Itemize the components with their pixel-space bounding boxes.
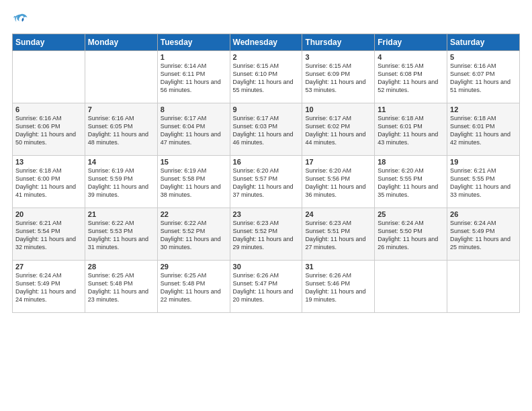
calendar-cell: 13Sunrise: 6:18 AM Sunset: 6:00 PM Dayli… bbox=[13, 156, 85, 208]
day-info: Sunrise: 6:20 AM Sunset: 5:57 PM Dayligh… bbox=[233, 167, 300, 199]
calendar-cell: 10Sunrise: 6:17 AM Sunset: 6:02 PM Dayli… bbox=[302, 103, 375, 156]
calendar-cell: 30Sunrise: 6:26 AM Sunset: 5:47 PM Dayli… bbox=[230, 261, 302, 313]
day-info: Sunrise: 6:20 AM Sunset: 5:56 PM Dayligh… bbox=[305, 167, 371, 199]
day-info: Sunrise: 6:18 AM Sunset: 6:01 PM Dayligh… bbox=[378, 114, 444, 147]
day-info: Sunrise: 6:26 AM Sunset: 5:46 PM Dayligh… bbox=[305, 271, 371, 304]
calendar-cell: 21Sunrise: 6:22 AM Sunset: 5:53 PM Dayli… bbox=[85, 208, 157, 261]
calendar-cell: 15Sunrise: 6:19 AM Sunset: 5:58 PM Dayli… bbox=[157, 156, 230, 208]
calendar-cell: 20Sunrise: 6:21 AM Sunset: 5:54 PM Dayli… bbox=[13, 208, 85, 261]
calendar-week-4: 20Sunrise: 6:21 AM Sunset: 5:54 PM Dayli… bbox=[13, 208, 520, 261]
day-info: Sunrise: 6:16 AM Sunset: 6:05 PM Dayligh… bbox=[88, 114, 154, 147]
day-info: Sunrise: 6:24 AM Sunset: 5:50 PM Dayligh… bbox=[378, 219, 444, 252]
calendar-cell: 8Sunrise: 6:17 AM Sunset: 6:04 PM Daylig… bbox=[157, 103, 230, 156]
day-number: 1 bbox=[161, 53, 227, 61]
calendar-cell: 31Sunrise: 6:26 AM Sunset: 5:46 PM Dayli… bbox=[302, 261, 375, 313]
day-number: 7 bbox=[88, 105, 154, 113]
calendar-cell: 23Sunrise: 6:23 AM Sunset: 5:52 PM Dayli… bbox=[230, 208, 302, 261]
day-number: 10 bbox=[305, 105, 371, 113]
calendar-header-tuesday: Tuesday bbox=[157, 34, 230, 51]
day-number: 15 bbox=[161, 158, 227, 166]
day-info: Sunrise: 6:18 AM Sunset: 6:01 PM Dayligh… bbox=[450, 114, 517, 147]
calendar-cell: 2Sunrise: 6:15 AM Sunset: 6:10 PM Daylig… bbox=[230, 51, 302, 103]
logo-bird-icon bbox=[13, 12, 28, 27]
calendar-header-row: SundayMondayTuesdayWednesdayThursdayFrid… bbox=[13, 34, 520, 51]
day-info: Sunrise: 6:26 AM Sunset: 5:47 PM Dayligh… bbox=[233, 271, 300, 304]
calendar-cell: 9Sunrise: 6:17 AM Sunset: 6:03 PM Daylig… bbox=[230, 103, 302, 156]
day-number: 21 bbox=[88, 210, 154, 218]
day-number: 17 bbox=[305, 158, 371, 166]
calendar-cell: 17Sunrise: 6:20 AM Sunset: 5:56 PM Dayli… bbox=[302, 156, 375, 208]
day-number: 2 bbox=[233, 53, 300, 61]
day-info: Sunrise: 6:17 AM Sunset: 6:02 PM Dayligh… bbox=[305, 114, 371, 147]
day-number: 18 bbox=[378, 158, 444, 166]
day-info: Sunrise: 6:14 AM Sunset: 6:11 PM Dayligh… bbox=[161, 62, 227, 95]
day-info: Sunrise: 6:24 AM Sunset: 5:49 PM Dayligh… bbox=[15, 271, 82, 304]
calendar-cell: 12Sunrise: 6:18 AM Sunset: 6:01 PM Dayli… bbox=[447, 103, 520, 156]
calendar-cell: 11Sunrise: 6:18 AM Sunset: 6:01 PM Dayli… bbox=[375, 103, 447, 156]
day-info: Sunrise: 6:15 AM Sunset: 6:09 PM Dayligh… bbox=[305, 62, 371, 95]
calendar-cell: 7Sunrise: 6:16 AM Sunset: 6:05 PM Daylig… bbox=[85, 103, 157, 156]
calendar-cell: 22Sunrise: 6:22 AM Sunset: 5:52 PM Dayli… bbox=[157, 208, 230, 261]
day-number: 25 bbox=[378, 210, 444, 218]
day-info: Sunrise: 6:25 AM Sunset: 5:48 PM Dayligh… bbox=[88, 271, 154, 304]
day-info: Sunrise: 6:17 AM Sunset: 6:03 PM Dayligh… bbox=[233, 114, 300, 147]
calendar-cell: 5Sunrise: 6:16 AM Sunset: 6:07 PM Daylig… bbox=[447, 51, 520, 103]
day-number: 3 bbox=[305, 53, 371, 61]
day-number: 19 bbox=[450, 158, 517, 166]
day-number: 30 bbox=[233, 263, 300, 271]
calendar-header-sunday: Sunday bbox=[13, 34, 85, 51]
calendar-cell bbox=[447, 261, 520, 313]
day-info: Sunrise: 6:21 AM Sunset: 5:55 PM Dayligh… bbox=[450, 167, 517, 199]
day-number: 11 bbox=[378, 105, 444, 113]
calendar-cell: 14Sunrise: 6:19 AM Sunset: 5:59 PM Dayli… bbox=[85, 156, 157, 208]
calendar-week-2: 6Sunrise: 6:16 AM Sunset: 6:06 PM Daylig… bbox=[13, 103, 520, 156]
day-info: Sunrise: 6:16 AM Sunset: 6:06 PM Dayligh… bbox=[15, 114, 82, 147]
calendar-week-5: 27Sunrise: 6:24 AM Sunset: 5:49 PM Dayli… bbox=[13, 261, 520, 313]
day-info: Sunrise: 6:19 AM Sunset: 5:58 PM Dayligh… bbox=[161, 167, 227, 199]
calendar-header-thursday: Thursday bbox=[302, 34, 375, 51]
calendar-cell bbox=[13, 51, 85, 103]
day-number: 5 bbox=[450, 53, 517, 61]
day-number: 24 bbox=[305, 210, 371, 218]
day-info: Sunrise: 6:19 AM Sunset: 5:59 PM Dayligh… bbox=[88, 167, 154, 199]
day-info: Sunrise: 6:25 AM Sunset: 5:48 PM Dayligh… bbox=[161, 271, 227, 304]
page: SundayMondayTuesdayWednesdayThursdayFrid… bbox=[0, 0, 532, 411]
day-number: 23 bbox=[233, 210, 300, 218]
logo bbox=[12, 12, 28, 27]
calendar-cell: 26Sunrise: 6:24 AM Sunset: 5:49 PM Dayli… bbox=[447, 208, 520, 261]
logo-text bbox=[12, 12, 28, 27]
day-info: Sunrise: 6:21 AM Sunset: 5:54 PM Dayligh… bbox=[15, 219, 82, 252]
calendar-week-1: 1Sunrise: 6:14 AM Sunset: 6:11 PM Daylig… bbox=[13, 51, 520, 103]
day-number: 20 bbox=[15, 210, 82, 218]
day-info: Sunrise: 6:15 AM Sunset: 6:08 PM Dayligh… bbox=[378, 62, 444, 95]
day-number: 31 bbox=[305, 263, 371, 271]
calendar-header-saturday: Saturday bbox=[447, 34, 520, 51]
day-number: 12 bbox=[450, 105, 517, 113]
day-number: 26 bbox=[450, 210, 517, 218]
day-info: Sunrise: 6:20 AM Sunset: 5:55 PM Dayligh… bbox=[378, 167, 444, 199]
day-info: Sunrise: 6:16 AM Sunset: 6:07 PM Dayligh… bbox=[450, 62, 517, 95]
calendar-cell: 28Sunrise: 6:25 AM Sunset: 5:48 PM Dayli… bbox=[85, 261, 157, 313]
day-number: 22 bbox=[161, 210, 227, 218]
calendar-cell: 16Sunrise: 6:20 AM Sunset: 5:57 PM Dayli… bbox=[230, 156, 302, 208]
day-number: 8 bbox=[161, 105, 227, 113]
calendar-cell: 1Sunrise: 6:14 AM Sunset: 6:11 PM Daylig… bbox=[157, 51, 230, 103]
day-info: Sunrise: 6:18 AM Sunset: 6:00 PM Dayligh… bbox=[15, 167, 82, 199]
day-number: 16 bbox=[233, 158, 300, 166]
calendar-cell: 29Sunrise: 6:25 AM Sunset: 5:48 PM Dayli… bbox=[157, 261, 230, 313]
calendar-header-wednesday: Wednesday bbox=[230, 34, 302, 51]
calendar-cell: 4Sunrise: 6:15 AM Sunset: 6:08 PM Daylig… bbox=[375, 51, 447, 103]
calendar-week-3: 13Sunrise: 6:18 AM Sunset: 6:00 PM Dayli… bbox=[13, 156, 520, 208]
day-number: 9 bbox=[233, 105, 300, 113]
day-info: Sunrise: 6:15 AM Sunset: 6:10 PM Dayligh… bbox=[233, 62, 300, 95]
calendar-cell: 3Sunrise: 6:15 AM Sunset: 6:09 PM Daylig… bbox=[302, 51, 375, 103]
day-info: Sunrise: 6:23 AM Sunset: 5:51 PM Dayligh… bbox=[305, 219, 371, 252]
calendar-cell bbox=[375, 261, 447, 313]
day-info: Sunrise: 6:22 AM Sunset: 5:52 PM Dayligh… bbox=[161, 219, 227, 252]
calendar-cell: 27Sunrise: 6:24 AM Sunset: 5:49 PM Dayli… bbox=[13, 261, 85, 313]
calendar-header-friday: Friday bbox=[375, 34, 447, 51]
day-number: 13 bbox=[15, 158, 82, 166]
calendar-cell bbox=[85, 51, 157, 103]
day-info: Sunrise: 6:24 AM Sunset: 5:49 PM Dayligh… bbox=[450, 219, 517, 252]
day-number: 14 bbox=[88, 158, 154, 166]
